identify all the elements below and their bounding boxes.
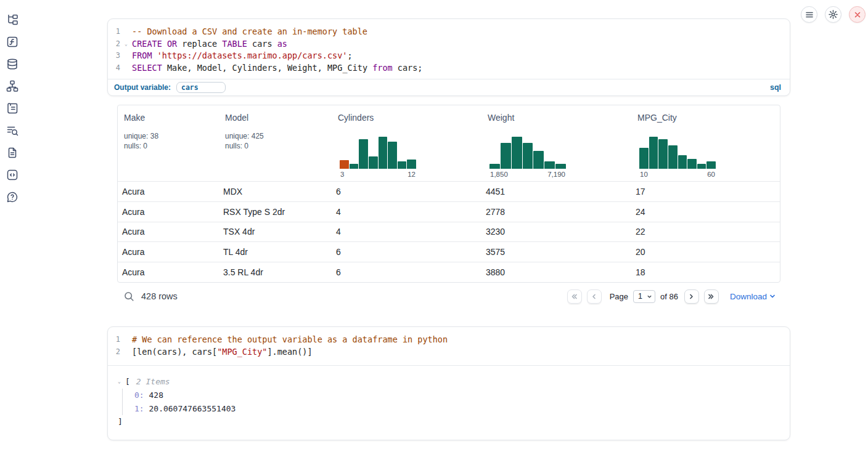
table-cell: TL 4dr <box>219 247 332 257</box>
output-variable-bar: Output variable: sql <box>108 79 790 95</box>
histogram-bar[interactable] <box>523 143 533 169</box>
histogram-bar[interactable] <box>359 139 368 169</box>
column-stats: unique: 425nulls: 0 <box>225 131 332 151</box>
output-list-header: ⌄ [ 2 Items <box>118 375 780 389</box>
null-count: nulls: 0 <box>225 141 332 151</box>
sql-cell: 1-- Download a CSV and create an in-memo… <box>107 18 790 96</box>
menu-button[interactable] <box>801 6 817 23</box>
table-footer: 428 rows Page 1 of 86 Download <box>117 285 780 308</box>
histogram-bar[interactable] <box>544 161 555 169</box>
table-cell: Acura <box>118 207 219 217</box>
collapse-toggle-icon[interactable]: ⌄ <box>118 375 125 389</box>
page-select[interactable]: 1 <box>633 290 655 303</box>
table-cell: 3575 <box>481 247 631 257</box>
shutdown-button[interactable] <box>849 6 866 23</box>
histogram-bar[interactable] <box>369 156 378 169</box>
code-text: FROM 'https://datasets.marimo.app/cars.c… <box>132 50 353 62</box>
code-line[interactable]: 3FROM 'https://datasets.marimo.app/cars.… <box>108 50 790 62</box>
help-icon[interactable] <box>6 191 18 203</box>
histogram-bar[interactable] <box>350 164 359 169</box>
next-page-button[interactable] <box>684 289 699 304</box>
histogram-bars <box>340 137 416 169</box>
download-button[interactable]: Download <box>730 292 776 301</box>
histogram-bar[interactable] <box>668 145 678 169</box>
table-cell: 3.5 RL 4dr <box>219 267 332 277</box>
chevron-left-icon <box>590 293 598 301</box>
prev-page-button[interactable] <box>587 289 602 304</box>
histogram-bar[interactable] <box>706 161 716 169</box>
item-value: 20.060747663551403 <box>149 404 235 413</box>
column-header-make[interactable]: Makeunique: 38nulls: 0 <box>118 105 219 181</box>
table-cell: RSX Type S 2dr <box>219 207 332 217</box>
search-button[interactable] <box>122 289 136 303</box>
code-text: # We can reference the output variable a… <box>132 334 448 346</box>
open-bracket: [ <box>125 375 130 389</box>
histogram-bar[interactable] <box>398 161 407 169</box>
histogram-bar[interactable] <box>512 137 522 169</box>
fold-spacer <box>120 334 132 346</box>
chevron-down-icon <box>647 294 652 299</box>
snippets-icon[interactable] <box>6 169 18 181</box>
column-header-mpg_city[interactable]: MPG_City1060 <box>631 105 780 181</box>
column-histogram: 1,8507,190 <box>489 137 566 181</box>
database-icon[interactable] <box>6 58 18 70</box>
histogram-bar[interactable] <box>340 160 349 169</box>
fold-spacer <box>120 50 132 62</box>
last-page-button[interactable] <box>704 289 719 304</box>
column-header-model[interactable]: Modelunique: 425nulls: 0 <box>219 105 332 181</box>
table-cell: 6 <box>332 267 481 277</box>
logs-icon[interactable] <box>6 124 18 137</box>
histogram-bar[interactable] <box>379 137 388 169</box>
histogram-bar[interactable] <box>687 159 697 169</box>
download-label: Download <box>730 292 767 301</box>
fold-toggle-icon[interactable]: ⌄ <box>120 38 132 51</box>
histogram-bar[interactable] <box>407 160 416 169</box>
histogram-bar[interactable] <box>678 155 687 169</box>
histogram-bar[interactable] <box>697 164 706 169</box>
code-line[interactable]: 1# We can reference the output variable … <box>108 334 790 346</box>
document-icon[interactable] <box>6 147 18 159</box>
column-label: Model <box>225 113 332 123</box>
python-code-editor[interactable]: 1# We can reference the output variable … <box>108 327 790 365</box>
histogram-axis-labels: 1,8507,190 <box>489 169 566 181</box>
histogram-bar[interactable] <box>388 142 397 169</box>
table-row: AcuraMDX6445117 <box>118 181 780 201</box>
line-number: 1 <box>108 334 120 346</box>
output-variable-input[interactable] <box>176 82 226 93</box>
code-line[interactable]: 2⌄CREATE OR replace TABLE cars as <box>108 38 790 51</box>
histogram-bar[interactable] <box>501 143 511 169</box>
table-cell: 20 <box>631 247 780 257</box>
histogram-axis-labels: 312 <box>340 169 416 181</box>
first-page-button[interactable] <box>567 289 582 304</box>
histogram-bar[interactable] <box>649 137 658 169</box>
code-line[interactable]: 4SELECT Make, Model, Cylinders, Weight, … <box>108 62 790 75</box>
file-tree-icon[interactable] <box>6 14 18 26</box>
table-cell: 3230 <box>481 227 631 237</box>
line-number: 3 <box>108 50 120 62</box>
code-line[interactable]: 1-- Download a CSV and create an in-memo… <box>108 26 790 38</box>
line-number: 1 <box>108 26 120 38</box>
chevron-down-icon <box>769 293 776 299</box>
histogram-bar[interactable] <box>639 148 649 169</box>
histogram-bar[interactable] <box>489 164 500 169</box>
column-label: Cylinders <box>338 113 481 123</box>
scratchpad-icon[interactable] <box>6 102 18 115</box>
histogram-bar[interactable] <box>658 139 668 169</box>
sql-code-editor[interactable]: 1-- Download a CSV and create an in-memo… <box>108 19 790 79</box>
close-icon <box>854 11 861 18</box>
table-output: Makeunique: 38nulls: 0Modelunique: 425nu… <box>117 105 780 283</box>
function-icon[interactable] <box>6 36 18 48</box>
settings-button[interactable] <box>825 6 841 23</box>
histogram-bar[interactable] <box>555 164 566 169</box>
code-text: -- Download a CSV and create an in-memor… <box>132 26 367 38</box>
axis-max-label: 7,190 <box>547 171 565 181</box>
code-line[interactable]: 2[len(cars), cars["MPG_City"].mean()] <box>108 346 790 358</box>
code-text: [len(cars), cars["MPG_City"].mean()] <box>132 346 313 358</box>
close-bracket: ] <box>118 415 780 429</box>
dependency-graph-icon[interactable] <box>6 80 18 92</box>
table-cell: 17 <box>631 187 780 196</box>
column-header-weight[interactable]: Weight1,8507,190 <box>481 105 631 181</box>
page-select-value: 1 <box>638 292 642 301</box>
histogram-bar[interactable] <box>533 151 544 169</box>
column-header-cylinders[interactable]: Cylinders312 <box>332 105 481 181</box>
